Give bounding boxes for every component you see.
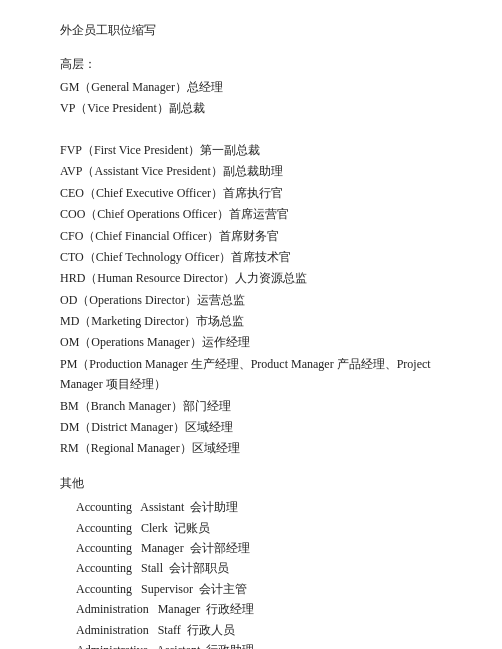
other-items-list: Accounting Assistant 会计助理 Accounting Cle… xyxy=(60,497,442,649)
item-gm: GM（General Manager）总经理 xyxy=(60,77,442,97)
main-content: 外企员工职位缩写 高层： GM（General Manager）总经理 VP（V… xyxy=(60,20,442,649)
item-od: OD（Operations Director）运营总监 xyxy=(60,290,442,310)
other-item-administrative-assistant: Administrative Assistant 行政助理 xyxy=(60,640,442,649)
other-item-accounting-supervisor: Accounting Supervisor 会计主管 xyxy=(60,579,442,599)
item-dm: DM（District Manager）区域经理 xyxy=(60,417,442,437)
item-vp: VP（Vice President）副总裁 xyxy=(60,98,442,118)
other-item-accounting-assistant: Accounting Assistant 会计助理 xyxy=(60,497,442,517)
item-fvp: FVP（First Vice President）第一副总裁 xyxy=(60,140,442,160)
high-level-items: GM（General Manager）总经理 VP（Vice President… xyxy=(60,77,442,459)
other-item-accounting-clerk: Accounting Clerk 记账员 xyxy=(60,518,442,538)
item-bm: BM（Branch Manager）部门经理 xyxy=(60,396,442,416)
main-title: 外企员工职位缩写 xyxy=(60,20,442,40)
item-ceo: CEO（Chief Executive Officer）首席执行官 xyxy=(60,183,442,203)
item-cto: CTO（Chief Technology Officer）首席技术官 xyxy=(60,247,442,267)
item-avp: AVP（Assistant Vice President）副总裁助理 xyxy=(60,161,442,181)
high-level-label: 高层： xyxy=(60,54,442,74)
item-om: OM（Operations Manager）运作经理 xyxy=(60,332,442,352)
other-item-accounting-manager: Accounting Manager 会计部经理 xyxy=(60,538,442,558)
other-section: 其他 Accounting Assistant 会计助理 Accounting … xyxy=(60,473,442,649)
other-item-accounting-stall: Accounting Stall 会计部职员 xyxy=(60,558,442,578)
item-cfo: CFO（Chief Financial Officer）首席财务官 xyxy=(60,226,442,246)
header-section: 外企员工职位缩写 xyxy=(60,20,442,40)
item-coo: COO（Chief Operations Officer）首席运营官 xyxy=(60,204,442,224)
item-rm: RM（Regional Manager）区域经理 xyxy=(60,438,442,458)
item-pm: PM（Production Manager 生产经理、Product Manag… xyxy=(60,354,442,395)
other-item-administration-staff: Administration Staff 行政人员 xyxy=(60,620,442,640)
other-label: 其他 xyxy=(60,473,442,493)
other-item-administration-manager: Administration Manager 行政经理 xyxy=(60,599,442,619)
high-level-section: 高层： GM（General Manager）总经理 VP（Vice Presi… xyxy=(60,54,442,458)
item-md: MD（Marketing Director）市场总监 xyxy=(60,311,442,331)
item-hrd: HRD（Human Resource Director）人力资源总监 xyxy=(60,268,442,288)
